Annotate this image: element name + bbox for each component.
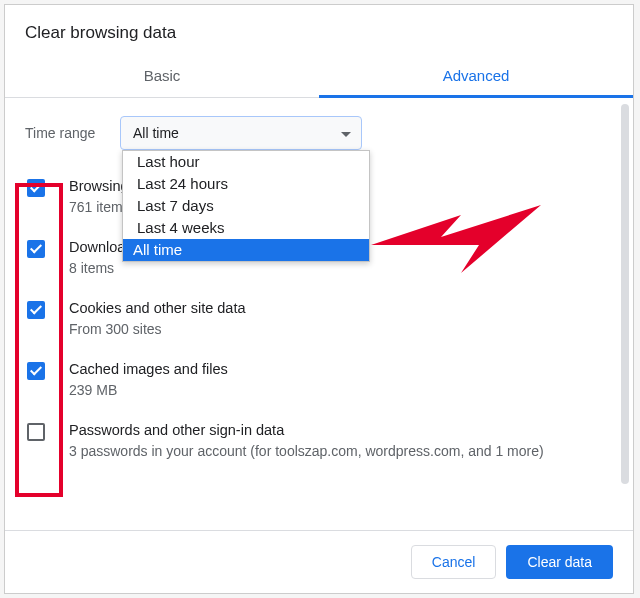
time-range-dropdown: Last hour Last 24 hours Last 7 days Last… (122, 150, 370, 262)
clear-data-button[interactable]: Clear data (506, 545, 613, 579)
item-text: Cookies and other site data From 300 sit… (69, 298, 613, 339)
item-subtitle: 239 MB (69, 381, 613, 400)
tabs: Basic Advanced (5, 57, 633, 98)
item-title: Cookies and other site data (69, 298, 613, 318)
cancel-button[interactable]: Cancel (411, 545, 497, 579)
content-area: Time range All time Last hour Last 24 ho… (5, 98, 633, 530)
item-title: Cached images and files (69, 359, 613, 379)
item-subtitle: From 300 sites (69, 320, 613, 339)
item-subtitle: 3 passwords in your account (for toolsza… (69, 442, 613, 461)
checkbox-cached-images[interactable] (27, 362, 45, 380)
list-item: Cached images and files 239 MB (5, 349, 633, 410)
dropdown-option-all-time[interactable]: All time (123, 239, 369, 261)
dropdown-option-last-7-days[interactable]: Last 7 days (123, 195, 369, 217)
item-title: Passwords and other sign-in data (69, 420, 613, 440)
chevron-down-icon (341, 125, 351, 141)
tab-basic[interactable]: Basic (5, 57, 319, 97)
checkbox-passwords[interactable] (27, 423, 45, 441)
list-item: Passwords and other sign-in data 3 passw… (5, 410, 633, 471)
item-text: Passwords and other sign-in data 3 passw… (69, 420, 613, 461)
checkbox-browsing-history[interactable] (27, 179, 45, 197)
dropdown-option-last-hour[interactable]: Last hour (123, 151, 369, 173)
dropdown-option-last-4-weeks[interactable]: Last 4 weeks (123, 217, 369, 239)
scrollbar[interactable] (621, 104, 629, 484)
dropdown-option-last-24-hours[interactable]: Last 24 hours (123, 173, 369, 195)
dialog-title: Clear browsing data (5, 5, 633, 57)
time-range-value: All time (133, 125, 179, 141)
item-text: Cached images and files 239 MB (69, 359, 613, 400)
tab-advanced[interactable]: Advanced (319, 57, 633, 98)
clear-browsing-data-dialog: Clear browsing data Basic Advanced Time … (4, 4, 634, 594)
time-range-select[interactable]: All time (120, 116, 362, 150)
dialog-footer: Cancel Clear data (5, 530, 633, 593)
time-range-label: Time range (25, 125, 120, 141)
list-item: Cookies and other site data From 300 sit… (5, 288, 633, 349)
checkbox-download-history[interactable] (27, 240, 45, 258)
checkbox-cookies[interactable] (27, 301, 45, 319)
